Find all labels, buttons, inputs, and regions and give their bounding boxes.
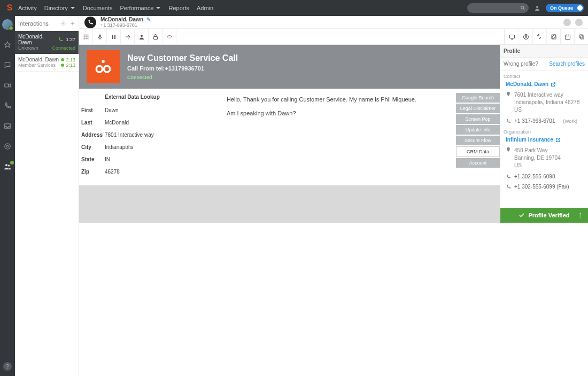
menu-performance[interactable]: Performance: [120, 5, 161, 11]
lookup-value: 7601 Interactive way: [105, 132, 154, 138]
menu-directory[interactable]: Directory: [44, 5, 75, 11]
action-update-info[interactable]: Update Info: [456, 125, 500, 135]
org-name-link[interactable]: Infinium Insurance: [500, 136, 588, 145]
external-link-icon: [551, 82, 556, 87]
phone-icon: [506, 119, 511, 124]
profile-title: Profile: [500, 45, 588, 58]
lookup-row: StateIN: [79, 153, 219, 166]
copy-button[interactable]: [574, 29, 588, 45]
lookup-key: Zip: [81, 169, 105, 175]
action-crm-data[interactable]: CRM Data: [456, 146, 500, 157]
svg-rect-2: [5, 84, 9, 87]
lookup-key: State: [81, 156, 105, 162]
notes-button[interactable]: [546, 29, 560, 45]
menu-reports[interactable]: Reports: [168, 5, 189, 11]
search-profiles-link[interactable]: Search profiles: [549, 61, 585, 67]
rail-video-icon[interactable]: [2, 80, 13, 91]
interactions-add-icon[interactable]: [70, 21, 75, 26]
consult-button[interactable]: [135, 29, 149, 45]
top-bar: Activity Directory Documents Performance…: [0, 0, 588, 16]
call-toolbar: “: [79, 29, 588, 45]
lookup-value: Dawn: [105, 107, 119, 113]
interaction-name: McDonald, Dawn: [18, 34, 58, 45]
rail-contacts-icon[interactable]: [2, 161, 13, 172]
secure-button[interactable]: [149, 29, 163, 45]
screen-button[interactable]: [505, 29, 519, 45]
hero-from: Call From tel:+13179936701: [127, 65, 238, 72]
svg-point-0: [521, 6, 524, 9]
phone-icon: [58, 37, 63, 42]
lookup-row: LastMcDonald: [79, 116, 219, 129]
dialpad-button[interactable]: [79, 29, 93, 45]
global-search[interactable]: [467, 3, 529, 13]
svg-rect-28: [581, 36, 584, 39]
on-queue-toggle[interactable]: On Queue: [546, 4, 584, 12]
interaction-item[interactable]: McDonald, Dawn 1:27 Unknown Connected: [15, 31, 79, 54]
lookup-row: FirstDawn: [79, 104, 219, 116]
call-hero: New Customer Service Call Call From tel:…: [79, 45, 500, 89]
contact-name-link[interactable]: McDonald, Dawn: [500, 80, 588, 89]
header-contact-number: +1 317-993-6701: [100, 22, 151, 28]
rail-favorites-icon[interactable]: [2, 40, 13, 50]
svg-rect-17: [99, 35, 100, 38]
profile-panel: Profile Wrong profile? Search profiles C…: [500, 45, 588, 223]
menu-documents[interactable]: Documents: [83, 5, 113, 11]
rail-inbox-icon[interactable]: [2, 121, 13, 131]
schedule-button[interactable]: [560, 29, 574, 45]
svg-rect-29: [579, 35, 583, 38]
lookup-value: IN: [105, 156, 110, 162]
call-script: Hello, Thank you for calling Customer Se…: [227, 89, 456, 185]
script-line: Hello, Thank you for calling Customer Se…: [227, 96, 451, 103]
rail-avatar[interactable]: [2, 19, 13, 30]
action-secure-flow[interactable]: Secure Flow: [456, 136, 500, 145]
location-icon: [506, 147, 511, 152]
action-legal-disclaimer[interactable]: Legal Disclaimer: [456, 104, 500, 113]
lookup-key: Address: [81, 132, 105, 138]
more-button[interactable]: [163, 29, 176, 45]
interaction-item[interactable]: McDonald, Dawn 2:13 Member Services 2:13: [15, 54, 79, 72]
header-next-icon[interactable]: [575, 19, 583, 26]
svg-point-3: [5, 144, 11, 150]
center-area: McDonald, Dawn✎ +1 317-993-6701: [79, 16, 588, 376]
lookup-key: Last: [81, 120, 105, 126]
profile-verified-menu-icon[interactable]: ⋮: [577, 212, 584, 219]
action-google-search[interactable]: Google Search: [456, 93, 500, 103]
mute-button[interactable]: [93, 29, 107, 45]
svg-point-12: [86, 36, 87, 37]
lookup-value: McDonald: [105, 120, 129, 126]
org-fax: +1 302-555-6099 (Fax): [514, 184, 569, 190]
svg-point-5: [5, 164, 7, 166]
svg-rect-18: [112, 35, 113, 39]
transfer-button[interactable]: [121, 29, 135, 45]
hold-button[interactable]: [107, 29, 121, 45]
org-address: 458 Park WayBanning, DE 19704US: [514, 147, 561, 169]
menu-admin[interactable]: Admin: [197, 5, 213, 11]
edit-name-icon[interactable]: ✎: [146, 17, 151, 22]
svg-rect-27: [565, 35, 570, 40]
contact-phone[interactable]: +1 317-993-6701: [514, 118, 555, 124]
hero-logo-icon: [87, 50, 120, 83]
contact-section-label: Contact: [500, 70, 588, 80]
header-prev-icon[interactable]: [563, 19, 571, 26]
lookup-row: CityIndianapolis: [79, 141, 219, 153]
rail-help-icon[interactable]: ?: [3, 362, 12, 371]
rail-phone-icon[interactable]: [2, 100, 13, 111]
interactions-panel: Interactions McDonald, Dawn 1:27 Unknown…: [15, 16, 79, 376]
user-icon[interactable]: [534, 5, 540, 11]
phone-icon: [506, 184, 511, 190]
svg-point-7: [63, 22, 64, 24]
lookup-key: First: [81, 107, 105, 113]
org-phone[interactable]: +1 302-555-6098: [514, 174, 555, 179]
interactions-settings-icon[interactable]: [60, 21, 66, 26]
script-button[interactable]: “: [532, 29, 546, 45]
svg-point-10: [87, 35, 88, 36]
footer-spacer: [79, 185, 500, 223]
action-screen-pop[interactable]: Screen Pop: [456, 114, 500, 124]
menu-activity[interactable]: Activity: [18, 5, 37, 11]
rail-chat-icon[interactable]: [2, 60, 13, 70]
rail-apps-icon[interactable]: [2, 141, 13, 152]
svg-point-24: [525, 35, 527, 37]
profile-toggle-button[interactable]: [519, 29, 532, 45]
svg-point-4: [6, 145, 9, 147]
action-account[interactable]: Account: [456, 158, 500, 168]
